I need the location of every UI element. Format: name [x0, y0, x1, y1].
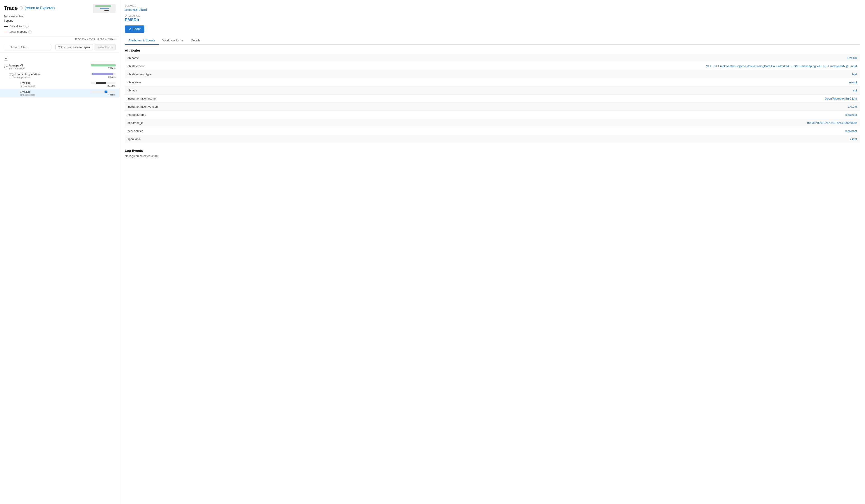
reset-focus-button[interactable]: Reset Focus — [95, 44, 116, 50]
no-logs-message: No logs on selected span. — [125, 154, 860, 157]
legend-critical-path: Critical Path ⓘ — [3, 24, 116, 29]
attribute-key: otlp.trace_id — [125, 119, 174, 127]
span-row[interactable]: 2 ∨ Chatty db operation ems-api server 6… — [0, 71, 119, 80]
span-bar-container — [91, 64, 116, 67]
span-row[interactable]: EMSDb ems-api client 89.3ms — [0, 80, 119, 89]
service-value: ems-api client — [125, 8, 860, 12]
attribute-value: client — [174, 135, 860, 143]
trace-meta: Trace Assembled 4 spans Critical Path ⓘ … — [3, 14, 116, 34]
spans-count: 4 spans — [3, 19, 116, 23]
span-indent: 3 ∨ — [3, 65, 9, 69]
trace-assembled-label: Trace Assembled — [3, 14, 116, 19]
span-info: EMSDb ems-api client — [20, 90, 89, 96]
span-row[interactable]: 3 ∨ /ems/pay/1 ems-api server 757ms — [0, 62, 119, 71]
attribute-key: db.system — [125, 78, 174, 86]
spans-container: 3 ∨ /ems/pay/1 ems-api server 757ms 2 ∨ … — [0, 62, 119, 97]
attribute-key: net.peer.name — [125, 111, 174, 119]
spans-list: − 3 ∨ /ems/pay/1 ems-api server 757ms 2 … — [0, 52, 119, 504]
attribute-key: db.type — [125, 86, 174, 95]
attribute-value: mssql — [174, 78, 860, 86]
attribute-key: instrumentation.version — [125, 103, 174, 111]
span-indent: 2 ∨ — [9, 73, 14, 78]
focus-selected-span-button[interactable]: ▽ Focus on selected span — [55, 44, 93, 50]
attribute-row: instrumentation.name OpenTelemetry.SqlCl… — [125, 95, 860, 103]
span-info: Chatty db operation ems-api server — [14, 72, 89, 79]
attribute-value: sql — [174, 86, 860, 95]
attribute-row: db.name EMSDb — [125, 54, 860, 62]
span-row[interactable]: EMSDb ems-api client 7.85ms — [0, 89, 119, 97]
attribute-row: db.statement SELECT EmployeeId,ProjectId… — [125, 62, 860, 70]
critical-path-line — [3, 26, 8, 27]
collapse-all-button[interactable]: − — [3, 56, 8, 61]
timeline-start-time: 12:55:13am 03/19 — [75, 38, 95, 40]
filter-icon: ▽ — [58, 46, 60, 49]
span-bar-container — [91, 73, 116, 75]
trace-minimap — [93, 4, 116, 13]
span-bar-container — [91, 82, 116, 84]
attribute-key: db.statement — [125, 62, 174, 70]
critical-path-help-icon: ⓘ — [25, 24, 28, 29]
collapse-button[interactable]: 3 ∨ — [3, 65, 8, 69]
missing-spans-help-icon: ⓘ — [28, 30, 32, 34]
span-bar — [96, 82, 106, 84]
attribute-key: span.kind — [125, 135, 174, 143]
attribute-value: localhost — [174, 111, 860, 119]
span-name: /ems/pay/1 — [9, 64, 89, 67]
span-timeline: 89.3ms — [89, 82, 116, 87]
page-title: Trace — [3, 5, 18, 11]
operation-label: Operation — [125, 14, 860, 17]
service-label: Service — [125, 4, 860, 7]
right-panel: Service ems-api client Operation EMSDb ↗… — [119, 0, 865, 504]
span-duration: 7.85ms — [107, 93, 116, 96]
span-duration: 757ms — [108, 67, 116, 70]
attribute-value: 1.0.0.0 — [174, 103, 860, 111]
timeline-tick-0: 0 — [97, 38, 99, 40]
attribute-value: 1f08387000102554581b2c570f64056e — [174, 119, 860, 127]
missing-spans-line — [3, 32, 8, 32]
attributes-section-title: Attributes — [125, 48, 860, 52]
span-bar — [92, 73, 113, 75]
attribute-key: db.statement_type — [125, 70, 174, 78]
tab-workflow[interactable]: Workflow Links — [159, 36, 187, 45]
span-service: ems-api server — [14, 76, 89, 79]
return-to-explorer-link[interactable]: (return to Explorer) — [25, 6, 55, 10]
span-name: Chatty db operation — [14, 72, 89, 76]
search-wrapper: 🔍 — [3, 44, 54, 50]
tab-details[interactable]: Details — [187, 36, 204, 45]
span-duration: 89.3ms — [107, 84, 116, 87]
span-name: EMSDb — [20, 90, 89, 93]
attribute-row: peer.service localhost — [125, 127, 860, 135]
attribute-value: localhost — [174, 127, 860, 135]
share-button[interactable]: ↗ Share — [125, 25, 145, 33]
attribute-row: net.peer.name localhost — [125, 111, 860, 119]
span-timeline: 637ms — [89, 73, 116, 78]
toolbar: 🔍 ▽ Focus on selected span Reset Focus — [0, 42, 119, 52]
tabs: Attributes & EventsWorkflow LinksDetails — [125, 36, 860, 45]
timeline-tick-300: 300ms — [100, 38, 107, 40]
search-input[interactable] — [3, 44, 51, 50]
span-timeline: 7.85ms — [89, 91, 116, 96]
attribute-value: OpenTelemetry.SqlClient — [174, 95, 860, 103]
span-bar — [91, 64, 116, 67]
collapse-button[interactable]: 2 ∨ — [9, 73, 13, 78]
attribute-value: EMSDb — [174, 54, 860, 62]
attribute-value: Text — [174, 70, 860, 78]
span-duration: 637ms — [108, 76, 116, 78]
span-service: ems-api server — [9, 67, 89, 70]
attribute-row: db.system mssql — [125, 78, 860, 86]
share-icon: ↗ — [128, 27, 131, 31]
operation-value: EMSDb — [125, 17, 860, 22]
span-service: ems-api client — [20, 93, 89, 96]
log-events-title: Log Events — [125, 149, 860, 152]
span-name: EMSDb — [20, 81, 89, 85]
attribute-value: SELECT EmployeeId,ProjectId,WeekClosingD… — [174, 62, 860, 70]
attribute-key: db.name — [125, 54, 174, 62]
attribute-row: db.type sql — [125, 86, 860, 95]
attribute-row: db.statement_type Text — [125, 70, 860, 78]
span-bar — [104, 91, 107, 93]
attribute-row: instrumentation.version 1.0.0.0 — [125, 103, 860, 111]
timeline-tick-757: 757ms — [108, 38, 116, 40]
help-icon: ⓘ — [20, 6, 23, 10]
span-info: EMSDb ems-api client — [20, 81, 89, 87]
tab-attributes[interactable]: Attributes & Events — [125, 36, 159, 45]
